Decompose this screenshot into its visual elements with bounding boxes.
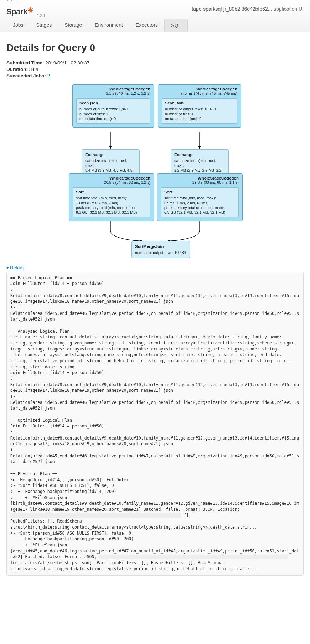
app-title: tape-sparksql-jr_80b2f86d42bfb62... appl… — [192, 6, 304, 12]
stage-sub: 2.1 s (840 ms, 1.2 s, 1.2 s) — [76, 91, 150, 95]
stage-title: WholeStageCodegen — [76, 87, 150, 91]
redacted-path-1 — [10, 513, 181, 518]
tab-storage[interactable]: Storage — [58, 19, 88, 32]
succeeded-jobs-link[interactable]: 2 — [47, 73, 50, 78]
join-title: SortMergeJoin — [135, 244, 186, 249]
tab-sql[interactable]: SQL — [164, 19, 188, 32]
details-label: Details — [10, 265, 24, 270]
succeeded-label: Succeeded Jobs: — [6, 73, 46, 78]
inner-l1: sort time total (min, med, max): — [164, 196, 236, 201]
inner-l2: number of files: 1 — [165, 112, 234, 116]
plan-text-3: PushedFilters: [], ReadSchema: struct<bi… — [10, 519, 299, 559]
dag-sortmergejoin[interactable]: SortMergeJoin number of output rows: 10,… — [131, 241, 190, 258]
inner-l2: 67 ms (1 ms, 2 ms, 63 ms) — [164, 201, 236, 206]
inner-l1: number of output rows: 10,439 — [165, 107, 234, 111]
inner-title: Scan json — [165, 101, 234, 106]
inner-title: Scan json — [79, 101, 147, 106]
nav-tabs: Jobs Stages Storage Environment Executor… — [6, 19, 304, 32]
stage-sub: 20.5 s (34 ms, 62 ms, 1.2 s) — [73, 180, 150, 185]
inner-l3: metadata time (ms): 0 — [79, 116, 147, 121]
inner-title: Sort — [76, 190, 147, 195]
app-suffix: application UI — [273, 6, 304, 12]
details-toggle[interactable]: ▾ Details — [6, 265, 24, 270]
submitted-label: Submitted Time: — [6, 60, 44, 66]
details-plan-box: == Parsed Logical Plan == Join FullOuter… — [6, 272, 304, 576]
stage-title: WholeStageCodegen — [161, 176, 239, 180]
stage-sub: 745 ms (745 ms, 745 ms, 745 ms) — [162, 91, 237, 95]
app-name: tape-sparksql-jr_80b2f86d42bfb62... — [192, 6, 272, 12]
dag-sort-1[interactable]: Sort sort time total (min, med, max): 13… — [73, 187, 150, 217]
ex-title: Exchange — [174, 152, 225, 157]
dag-scan-json-2[interactable]: Scan json number of output rows: 10,439 … — [162, 98, 237, 124]
inner-l3: peak memory total (min, med, max): — [76, 206, 147, 210]
tab-executors[interactable]: Executors — [129, 19, 164, 32]
top-navbar: APACHE Spark 2.2.1 tape-sparksql-jr_80b2… — [0, 0, 310, 32]
redacted-path-2 — [99, 555, 288, 559]
plan-text-2: [], — [184, 513, 191, 518]
duration-value: 34 s — [29, 67, 38, 72]
dag-stage-codegen-1[interactable]: WholeStageCodegen 2.1 s (840 ms, 1.2 s, … — [72, 84, 154, 128]
logo-version: 2.2.1 — [37, 14, 45, 18]
inner-l2: number of files: 1 — [79, 112, 147, 116]
tab-environment[interactable]: Environment — [88, 19, 129, 32]
inner-l1: number of output rows: 1,961 — [79, 107, 147, 111]
page-title: Details for Query 0 — [6, 42, 304, 53]
inner-l4: 6.3 GB (32.1 MB, 32.1 MB, 32.1 MB) — [164, 210, 236, 215]
spark-logo[interactable]: APACHE Spark 2.2.1 — [6, 1, 45, 16]
stage-sub: 19.8 s (33 ms, 60 ms, 1.1 s) — [161, 180, 239, 185]
join-l1: number of output rows: 10,439 — [135, 250, 186, 255]
inner-l1: sort time total (min, med, max): — [76, 196, 147, 201]
ex-l1: data size total (min, med, max): — [174, 159, 225, 168]
spark-star-icon — [27, 6, 33, 13]
inner-l4: 6.3 GB (32.1 MB, 32.1 MB, 32.1 MB) — [76, 210, 147, 215]
inner-l3: metadata time (ms): 0 — [165, 116, 234, 121]
logo-apache-label: APACHE — [7, 0, 19, 1]
query-meta: Submitted Time: 2019/09/11 02:30:37 Dura… — [6, 60, 304, 79]
tab-stages[interactable]: Stages — [30, 19, 58, 32]
stage-title: WholeStageCodegen — [162, 87, 237, 91]
caret-down-icon: ▾ — [6, 265, 9, 270]
query-dag: WholeStageCodegen 2.1 s (840 ms, 1.2 s, … — [62, 84, 248, 258]
submitted-value: 2019/09/11 02:30:37 — [45, 60, 89, 66]
plan-text-1: == Parsed Logical Plan == Join FullOuter… — [10, 275, 299, 512]
dag-sort-2[interactable]: Sort sort time total (min, med, max): 67… — [161, 187, 239, 217]
dag-scan-json-1[interactable]: Scan json number of output rows: 1,961 n… — [76, 98, 150, 124]
ex-title: Exchange — [85, 152, 136, 157]
dag-stage-codegen-3[interactable]: WholeStageCodegen 20.5 s (34 ms, 62 ms, … — [69, 173, 154, 221]
inner-l3: peak memory total (min, med, max): — [164, 206, 236, 210]
tab-jobs[interactable]: Jobs — [6, 19, 30, 32]
duration-label: Duration: — [6, 67, 28, 72]
inner-l2: 13 ms (6 ms, 7 ms, 7 ms) — [76, 201, 147, 206]
logo-text: Spark — [6, 7, 27, 16]
inner-title: Sort — [164, 190, 236, 195]
dag-stage-codegen-2[interactable]: WholeStageCodegen 745 ms (745 ms, 745 ms… — [158, 84, 241, 128]
dag-stage-codegen-4[interactable]: WholeStageCodegen 19.8 s (33 ms, 60 ms, … — [157, 173, 243, 221]
ex-l1: data size total (min, med, max): — [85, 159, 136, 168]
stage-title: WholeStageCodegen — [73, 176, 150, 180]
plan-text-4: legislators/all/memberships.json], Parti… — [10, 560, 257, 571]
